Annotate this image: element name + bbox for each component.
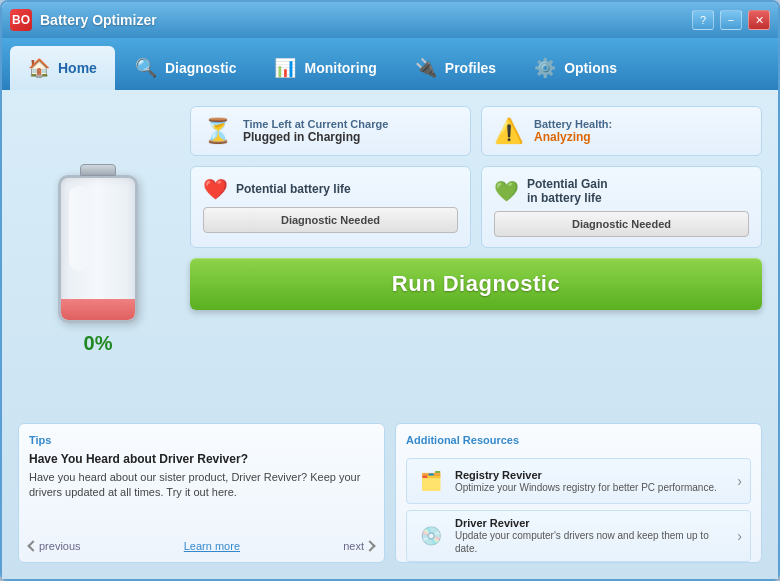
heart-plus-icon: 💚 xyxy=(494,179,519,203)
tips-section-title: Tips xyxy=(29,434,374,446)
potential-battery-life-card: ❤️ Potential battery life Diagnostic Nee… xyxy=(190,166,471,248)
battery-body xyxy=(58,175,138,323)
title-bar-controls: ? − ✕ xyxy=(692,10,770,30)
title-bar: BO Battery Optimizer ? − ✕ xyxy=(2,2,778,38)
potential-gain-label: Potential Gainin battery life xyxy=(527,177,608,205)
options-icon: ⚙️ xyxy=(534,57,556,79)
bottom-panel: Tips Have You Heard about Driver Reviver… xyxy=(18,423,762,563)
tab-monitoring[interactable]: 📊 Monitoring xyxy=(256,46,394,90)
tab-home[interactable]: 🏠 Home xyxy=(10,46,115,90)
driver-reviver-title: Driver Reviver xyxy=(455,517,729,529)
help-button[interactable]: ? xyxy=(692,10,714,30)
heart-icon: ❤️ xyxy=(203,177,228,201)
resource-driver-reviver[interactable]: 💿 Driver Reviver Update your computer's … xyxy=(406,510,751,562)
diagnostic-icon: 🔍 xyxy=(135,57,157,79)
battery-cap xyxy=(80,164,116,176)
resources-section-title: Additional Resources xyxy=(406,434,751,446)
resources-section: Additional Resources 🗂️ Registry Reviver… xyxy=(395,423,762,563)
health-title: Battery Health: xyxy=(534,118,612,130)
registry-reviver-title: Registry Reviver xyxy=(455,469,729,481)
battery-fill xyxy=(61,299,135,320)
tips-section: Tips Have You Heard about Driver Reviver… xyxy=(18,423,385,563)
potential-battery-label: Potential battery life xyxy=(236,182,351,196)
tab-profiles[interactable]: 🔌 Profiles xyxy=(397,46,514,90)
app-title: Battery Optimizer xyxy=(40,12,157,28)
tab-diagnostic[interactable]: 🔍 Diagnostic xyxy=(117,46,255,90)
chevron-right-icon xyxy=(364,540,375,551)
potential-cards-row: ❤️ Potential battery life Diagnostic Nee… xyxy=(190,166,762,248)
registry-reviver-content: Registry Reviver Optimize your Windows r… xyxy=(455,469,729,494)
run-diagnostic-button[interactable]: Run Diagnostic xyxy=(190,258,762,310)
diagnostic-needed-battery-button[interactable]: Diagnostic Needed xyxy=(203,207,458,233)
app-window: BO Battery Optimizer ? − ✕ 🏠 Home 🔍 Diag… xyxy=(0,0,780,581)
driver-reviver-content: Driver Reviver Update your computer's dr… xyxy=(455,517,729,555)
tab-diagnostic-label: Diagnostic xyxy=(165,60,237,76)
tip-title: Have You Heard about Driver Reviver? xyxy=(29,452,374,466)
time-left-value: Plugged in Charging xyxy=(243,130,388,144)
potential-gain-card: 💚 Potential Gainin battery life Diagnost… xyxy=(481,166,762,248)
tip-text: Have you heard about our sister product,… xyxy=(29,470,374,534)
close-button[interactable]: ✕ xyxy=(748,10,770,30)
registry-reviver-icon: 🗂️ xyxy=(415,465,447,497)
chevron-left-icon xyxy=(27,540,38,551)
tab-monitoring-label: Monitoring xyxy=(304,60,376,76)
tips-previous-button[interactable]: previous xyxy=(29,540,81,552)
app-icon: BO xyxy=(10,9,32,31)
registry-reviver-arrow: › xyxy=(737,473,742,489)
tips-next-button[interactable]: next xyxy=(343,540,374,552)
top-panel: 0% ⏳ Time Left at Current Charge Plugged… xyxy=(18,106,762,413)
diagnostic-needed-gain-button[interactable]: Diagnostic Needed xyxy=(494,211,749,237)
tab-options-label: Options xyxy=(564,60,617,76)
health-card: ⚠️ Battery Health: Analyzing xyxy=(481,106,762,156)
driver-reviver-arrow: › xyxy=(737,528,742,544)
battery-shine xyxy=(69,186,89,271)
tips-learn-more-link[interactable]: Learn more xyxy=(184,540,240,552)
nav-bar: 🏠 Home 🔍 Diagnostic 📊 Monitoring 🔌 Profi… xyxy=(2,38,778,90)
hourglass-icon: ⏳ xyxy=(203,117,233,145)
minimize-button[interactable]: − xyxy=(720,10,742,30)
time-left-content: Time Left at Current Charge Plugged in C… xyxy=(243,118,388,144)
health-icon: ⚠️ xyxy=(494,117,524,145)
home-icon: 🏠 xyxy=(28,57,50,79)
resource-registry-reviver[interactable]: 🗂️ Registry Reviver Optimize your Window… xyxy=(406,458,751,504)
health-value: Analyzing xyxy=(534,130,612,144)
tab-home-label: Home xyxy=(58,60,97,76)
info-section: ⏳ Time Left at Current Charge Plugged in… xyxy=(190,106,762,413)
registry-reviver-desc: Optimize your Windows registry for bette… xyxy=(455,481,729,494)
potential-gain-header: 💚 Potential Gainin battery life xyxy=(494,177,749,205)
battery-visual xyxy=(48,164,148,324)
driver-reviver-icon: 💿 xyxy=(415,520,447,552)
tips-next-label: next xyxy=(343,540,364,552)
time-left-card: ⏳ Time Left at Current Charge Plugged in… xyxy=(190,106,471,156)
tab-options[interactable]: ⚙️ Options xyxy=(516,46,635,90)
tab-profiles-label: Profiles xyxy=(445,60,496,76)
time-left-title: Time Left at Current Charge xyxy=(243,118,388,130)
potential-battery-header: ❤️ Potential battery life xyxy=(203,177,458,201)
main-content: 0% ⏳ Time Left at Current Charge Plugged… xyxy=(2,90,778,579)
tips-previous-label: previous xyxy=(39,540,81,552)
battery-section: 0% xyxy=(18,106,178,413)
profiles-icon: 🔌 xyxy=(415,57,437,79)
tips-navigation: previous Learn more next xyxy=(29,540,374,552)
title-bar-left: BO Battery Optimizer xyxy=(10,9,157,31)
driver-reviver-desc: Update your computer's drivers now and k… xyxy=(455,529,729,555)
monitoring-icon: 📊 xyxy=(274,57,296,79)
health-content: Battery Health: Analyzing xyxy=(534,118,612,144)
battery-percent: 0% xyxy=(84,332,113,355)
status-cards-row: ⏳ Time Left at Current Charge Plugged in… xyxy=(190,106,762,156)
